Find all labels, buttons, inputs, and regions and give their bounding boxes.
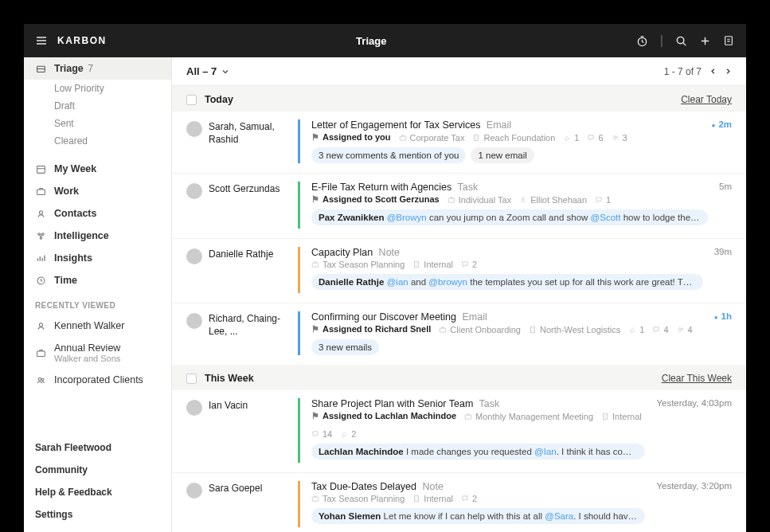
message-time: 2m: [701, 119, 732, 163]
nav-time[interactable]: Time: [24, 269, 171, 291]
bottom-link-log-out[interactable]: Log Out: [24, 526, 171, 532]
app-window: KARBON Triage | Triage 7: [24, 24, 746, 532]
notes-icon[interactable]: [722, 34, 735, 47]
nav-insights[interactable]: Insights: [24, 247, 171, 269]
paginator: 1 - 7 of 7: [664, 66, 732, 77]
recent-item[interactable]: Kenneth Walker: [24, 315, 171, 337]
time-icon: [35, 275, 46, 286]
nav-sub-cleared[interactable]: Cleared: [24, 132, 171, 150]
section-checkbox[interactable]: [186, 95, 197, 105]
pagination-text: 1 - 7 of 7: [664, 66, 702, 77]
menu-icon[interactable]: [35, 34, 48, 47]
sender-names: Scott Gerzundas: [209, 183, 279, 196]
nav-label: My Week: [54, 163, 96, 174]
svg-rect-30: [415, 495, 419, 502]
svg-point-11: [39, 323, 42, 326]
meta-people: 3: [612, 133, 627, 143]
triage-row[interactable]: Sara Goepel Tax Due-Dates Delayed Note T…: [172, 473, 746, 532]
clear-section-link[interactable]: Clear Today: [681, 94, 732, 105]
activity-pill: 3 new emails: [311, 339, 379, 355]
meta-briefcase: Tax Season Planning: [311, 494, 405, 503]
meta-building: North-West Logistics: [529, 325, 620, 334]
prev-page-button[interactable]: [709, 66, 717, 77]
svg-point-1: [677, 37, 683, 43]
message-subject: Letter of Engagement for Tax Services Em…: [311, 119, 701, 131]
triage-icon: [35, 63, 46, 74]
message-subject: Confirming our Discover Meeting Email: [311, 311, 703, 323]
message-type: Note: [420, 481, 444, 492]
svg-rect-15: [400, 136, 406, 140]
bottom-link-community[interactable]: Community: [24, 459, 171, 481]
svg-point-20: [522, 198, 525, 200]
triage-row[interactable]: Richard, Chaing-Lee, ... Confirming our …: [172, 303, 746, 365]
sender-names: Sara Goepel: [209, 483, 262, 495]
meta-building: Reach Foundation: [472, 133, 555, 143]
bottom-link-settings[interactable]: Settings: [24, 503, 171, 526]
message-type: Note: [376, 247, 400, 258]
nav-sub-sent[interactable]: Sent: [24, 115, 171, 132]
message-time: 5m: [708, 182, 732, 229]
message-snippet: Yohan Siemen Let me know if I can help w…: [311, 508, 645, 524]
message-type: Task: [476, 398, 499, 409]
nav-work[interactable]: Work: [24, 180, 171, 202]
message-time: 1h: [703, 311, 732, 355]
triage-row[interactable]: Danielle Rathje Capacity Plan Note Tax S…: [172, 239, 746, 303]
search-icon[interactable]: [674, 34, 687, 47]
sidebar-bottom-links: Sarah FleetwoodCommunityHelp & FeedbackS…: [24, 432, 171, 532]
nav-triage[interactable]: Triage 7: [24, 57, 171, 80]
meta-attach: 1: [628, 325, 644, 334]
svg-rect-28: [604, 413, 608, 420]
timer-icon[interactable]: [636, 34, 649, 47]
triage-row[interactable]: Sarah, Samual, Rashid Letter of Engageme…: [172, 111, 746, 174]
svg-rect-16: [475, 135, 479, 141]
assigned-to: Assigned to Scott Gerzunas: [311, 194, 440, 205]
nav-contacts[interactable]: Contacts: [24, 202, 171, 225]
section-title: Today: [205, 94, 233, 105]
recent-icon: [35, 320, 46, 331]
svg-rect-12: [37, 351, 45, 357]
meta-attach: 2: [340, 429, 356, 439]
add-icon[interactable]: [698, 34, 711, 47]
nav-label: Time: [54, 275, 77, 286]
nav-sub-draft[interactable]: Draft: [24, 97, 171, 115]
triage-row[interactable]: Scott Gerzundas E-File Tax Return with A…: [172, 174, 746, 239]
message-time: 39m: [703, 247, 732, 293]
nav-intelligence[interactable]: Intelligence: [24, 225, 171, 247]
sender-names: Sarah, Samual, Rashid: [209, 121, 298, 146]
svg-rect-23: [440, 328, 447, 332]
section-checkbox[interactable]: [186, 374, 197, 384]
sender-names: Ian Vacin: [209, 400, 248, 413]
avatar: [186, 400, 202, 416]
avatar: [186, 121, 202, 137]
recent-item[interactable]: Incorporated Clients: [24, 369, 171, 391]
meta-comment: 6: [587, 133, 603, 143]
assigned-to: Assigned to Richard Snell: [311, 324, 431, 334]
message-type: Task: [455, 182, 478, 193]
svg-rect-19: [448, 198, 455, 202]
page-title: Triage: [107, 35, 636, 47]
nav-label: Insights: [54, 252, 92, 264]
bottom-link-sarah-fleetwood[interactable]: Sarah Fleetwood: [24, 436, 171, 459]
triage-row[interactable]: Ian Vacin Share Project Plan with Senior…: [172, 390, 746, 473]
recent-item[interactable]: Annual ReviewWalker and Sons: [24, 337, 171, 369]
activity-pill: 1 new email: [471, 147, 534, 163]
meta-attach: 1: [563, 133, 579, 143]
message-meta: Assigned to Richard Snell Client Onboard…: [311, 324, 703, 334]
insights-icon: [35, 252, 46, 264]
meta-building: Internal: [412, 260, 453, 269]
message-time: Yesterday, 3:20pm: [645, 481, 732, 527]
nav-sub-low-priority[interactable]: Low Priority: [24, 80, 171, 97]
svg-rect-2: [725, 37, 733, 45]
filter-dropdown[interactable]: All – 7: [186, 65, 229, 77]
clear-section-link[interactable]: Clear This Week: [662, 373, 732, 384]
message-snippet: Pax Zwanikken @Browyn can you jump on a …: [311, 209, 708, 225]
recent-icon: [35, 374, 46, 385]
nav-label: Work: [54, 186, 79, 197]
bottom-link-help-feedback[interactable]: Help & Feedback: [24, 481, 171, 503]
recent-label: Kenneth Walker: [54, 320, 124, 331]
next-page-button[interactable]: [725, 66, 732, 77]
nav-label: Contacts: [54, 208, 96, 219]
triage-list: Today Clear Today Sarah, Samual, Rashid …: [172, 86, 746, 532]
nav-my-week[interactable]: My Week: [24, 158, 171, 180]
meta-comment: 2: [461, 260, 477, 269]
